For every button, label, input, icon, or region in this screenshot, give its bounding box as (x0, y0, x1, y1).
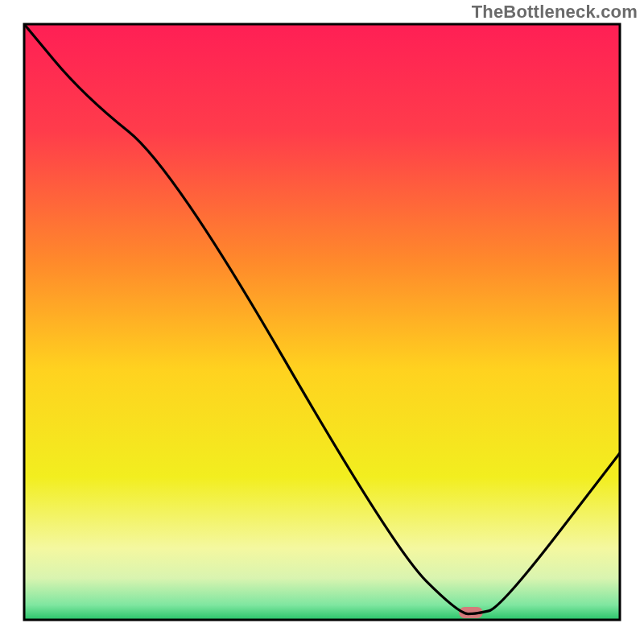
plot-background (24, 24, 620, 620)
chart-container: TheBottleneck.com (0, 0, 644, 644)
bottleneck-chart (0, 0, 644, 644)
